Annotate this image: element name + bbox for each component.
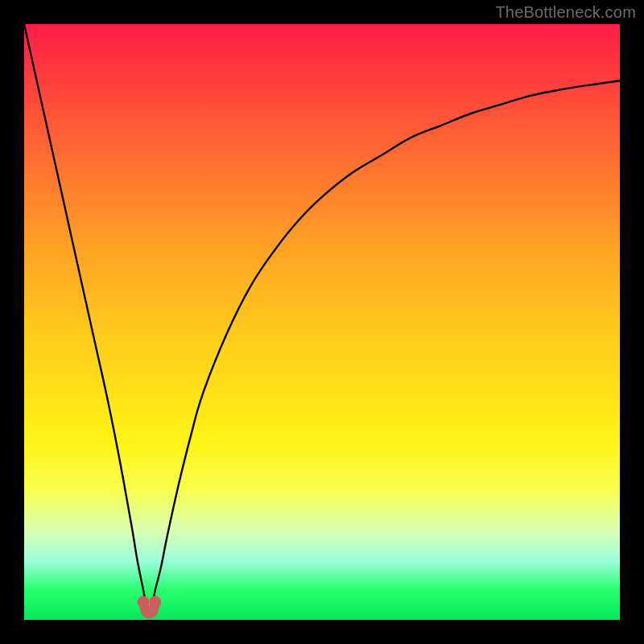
curve-svg [24, 24, 620, 620]
bottleneck-curve [24, 24, 620, 611]
watermark-text: TheBottleneck.com [495, 3, 636, 22]
valley-right-dot [149, 596, 161, 608]
chart-frame: TheBottleneck.com [0, 0, 644, 644]
valley-left-dot [138, 596, 150, 608]
plot-area [24, 24, 620, 620]
